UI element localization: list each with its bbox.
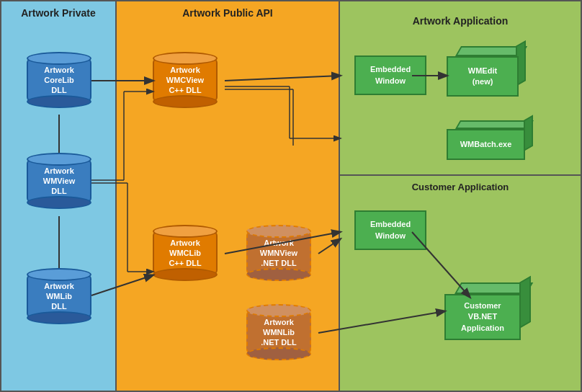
customer-vbnet-box: CustomerVB.NETApplication [444, 282, 531, 340]
col-private-header: Artwork Private [1, 1, 115, 22]
wmclib-bottom [153, 268, 218, 281]
wmlib-top [27, 268, 91, 281]
wmcview-top [153, 52, 218, 65]
col-app: Artwork Application EmbeddedWindow WMEdi… [340, 1, 581, 391]
wmview-top [27, 153, 91, 166]
embedded-window-2: EmbeddedWindow [354, 210, 426, 250]
wmcview-cylinder: ArtworkWMCViewC++ DLL [153, 52, 218, 108]
col-private: Artwork Private ArtworkCoreLibDLL Artwor… [1, 1, 117, 391]
col-public-header: Artwork Public API [117, 1, 339, 22]
wmnview-cylinder: ArtworkWMNView.NET DLL [246, 225, 311, 281]
wmnlib-top [246, 304, 311, 317]
col-public: Artwork Public API ArtworkWMCViewC++ DLL… [117, 1, 340, 391]
corelib-cylinder: ArtworkCoreLibDLL [27, 52, 91, 108]
architecture-diagram: Artwork Private ArtworkCoreLibDLL Artwor… [0, 0, 582, 392]
embedded-window-1: EmbeddedWindow [354, 55, 426, 95]
wmview-bottom [27, 196, 91, 209]
corelib-bottom [27, 95, 91, 108]
wmlib-bottom [27, 311, 91, 324]
corelib-top [27, 52, 91, 65]
wmlib-cylinder: ArtworkWMLibDLL [27, 268, 91, 324]
wmnlib-cylinder: ArtworkWMNLib.NET DLL [246, 304, 311, 360]
wmclib-cylinder: ArtworkWMCLibC++ DLL [153, 225, 218, 281]
col-app-header: Artwork Application [410, 9, 511, 30]
wmnview-top [246, 225, 311, 238]
wmnlib-bottom [246, 347, 311, 360]
wmview-cylinder: ArtworkWMViewDLL [27, 153, 91, 209]
wmedit-box: WMEdit(new) [447, 46, 526, 97]
customer-app-header: Customer Application [412, 179, 509, 195]
wmcview-bottom [153, 95, 218, 108]
wmbatch-box: WMBatch.exe [447, 120, 533, 160]
wmclib-top [153, 225, 218, 238]
wmnview-bottom [246, 268, 311, 281]
